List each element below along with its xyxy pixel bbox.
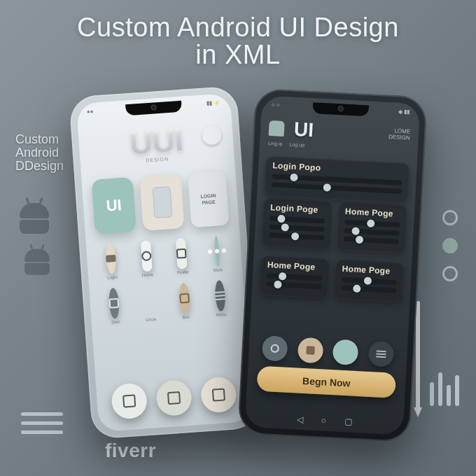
grid-icon[interactable] (176, 238, 188, 270)
side-tags: LOMEDESIGN (388, 128, 411, 141)
circle-icon[interactable] (297, 337, 323, 364)
slider[interactable] (344, 228, 399, 236)
android-icon (269, 120, 285, 136)
circle-icon[interactable] (332, 339, 359, 365)
cta-button[interactable]: Begn Now (256, 366, 396, 398)
brand-text: UI (293, 118, 314, 141)
card-login[interactable]: LOGINPAGE (188, 171, 229, 228)
phone-mockup-light: ●●▮▮ ⚡ UUI DESIGN UI LOGINPAGE Login Hom… (69, 85, 260, 440)
grid-icon[interactable] (214, 280, 226, 312)
phone-mockup-dark: ○ ○◆ ▮▮ UI LOMEDESIGN Ling ipLog up Logi… (237, 88, 428, 442)
grid-icon[interactable] (214, 236, 220, 267)
slider[interactable] (269, 232, 324, 240)
icon-grid: Login Home Profile More Grid Circle Box … (96, 234, 236, 326)
mini-links: Ling ipLog up (268, 141, 304, 148)
grid-icon[interactable] (141, 240, 153, 272)
circle-icon[interactable] (262, 335, 288, 362)
section-login-2: Login Poge (261, 198, 332, 250)
page-title: Custom Android UI Design in XML (0, 13, 476, 70)
stylus-pen-icon (416, 301, 420, 413)
card-ui[interactable]: UI (92, 177, 136, 234)
slider[interactable] (342, 277, 397, 285)
grid-icon[interactable] (108, 288, 120, 319)
slider[interactable] (266, 281, 321, 289)
slider[interactable] (270, 216, 325, 223)
grid-icon[interactable] (148, 286, 150, 316)
card-preview[interactable] (139, 174, 184, 231)
slider[interactable] (267, 273, 322, 281)
android-icon (24, 248, 50, 276)
slider[interactable] (270, 224, 325, 232)
section-home-3: Home Poge (333, 259, 405, 302)
dock-icon[interactable] (155, 379, 192, 416)
decoration-dots (442, 210, 458, 281)
decoration-bars (430, 372, 459, 406)
dock (106, 376, 242, 420)
dock-icon[interactable] (200, 376, 237, 413)
slider[interactable] (344, 220, 400, 227)
title-line-2: in XML (0, 40, 476, 70)
slider[interactable] (341, 286, 396, 293)
brand-logo: fiverr (105, 440, 156, 462)
android-icon (20, 203, 49, 235)
section-home-2: Home Poge (259, 255, 330, 299)
hamburger-icon (21, 412, 63, 434)
icon-row (257, 335, 400, 368)
slider[interactable] (344, 237, 399, 244)
grid-icon[interactable] (105, 243, 117, 274)
dock-icon[interactable] (111, 382, 148, 419)
side-label: Custom Android DDesign (15, 133, 78, 173)
title-line-1: Custom Android UI Design (77, 13, 399, 42)
section-home-1: Home Poge (336, 202, 407, 253)
section-login-1: Login Popo (264, 156, 410, 204)
android-nav-bar[interactable]: ◁○▢ (245, 412, 403, 430)
grid-icon[interactable] (178, 283, 190, 314)
circle-icon[interactable] (368, 341, 394, 368)
